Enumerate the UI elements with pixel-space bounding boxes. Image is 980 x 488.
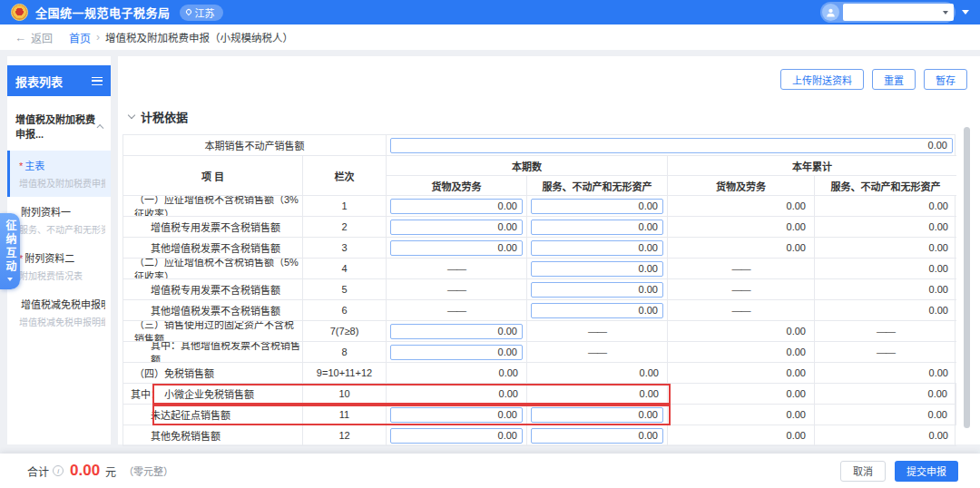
amount-input[interactable] — [531, 240, 663, 256]
amount-input[interactable] — [390, 428, 523, 444]
sidebar-item-label: 主表 — [24, 161, 44, 171]
breadcrumb-home[interactable]: 首页 — [69, 30, 91, 45]
row-label: 其他免税销售额 — [131, 428, 220, 443]
table-row: 其中： 小微企业免税销售额 10 0.00 0.00 0.00 0.00 — [123, 384, 955, 405]
cell-year-services: 0.00 — [815, 238, 956, 259]
property-sales-row: 本期销售不动产销售额 — [123, 135, 955, 156]
amount-input[interactable] — [390, 240, 523, 256]
header-dropdown-icon[interactable] — [962, 10, 969, 15]
cell-year-services: 0.00 — [815, 259, 956, 279]
table-row: 增值税专用发票不含税销售额 2 0.00 0.00 — [123, 217, 955, 238]
header-user-area — [820, 2, 969, 23]
amount-input[interactable] — [390, 407, 523, 423]
upload-attachments-button[interactable]: 上传附送资料 — [780, 69, 864, 90]
app-header: 全国统一规范电子税务局 江苏 — [0, 0, 980, 24]
cell-year-services: 0.00 — [815, 279, 956, 300]
submit-declaration-button[interactable]: 提交申报 — [895, 461, 958, 482]
save-draft-button[interactable]: 暂存 — [924, 69, 967, 90]
row-item-cell: 未达起征点销售额 — [123, 405, 303, 425]
cell-year-goods: 0.00 — [668, 405, 815, 425]
row-label: （四）免税销售额 — [131, 366, 214, 380]
cell-year-services: 0.00 — [815, 405, 956, 425]
region-label: 江苏 — [195, 5, 215, 20]
row-column-number: 11 — [303, 405, 387, 425]
amount-input[interactable] — [531, 407, 663, 423]
row-label: 增值税专用发票不含税销售额 — [131, 220, 280, 234]
cell-current-goods: —— — [387, 259, 527, 279]
row-item-cell: （四）免税销售额 — [123, 363, 303, 384]
row-item-cell: （二）应征增值税不含税销售额（5%征收率） — [123, 259, 303, 279]
cancel-button[interactable]: 取消 — [840, 461, 886, 482]
collapse-sidebar-icon[interactable] — [92, 77, 103, 85]
row-item-cell: （一）应征增值税不含税销售额（3%征收率） — [123, 196, 303, 217]
row-column-number: 2 — [303, 217, 387, 238]
sidebar-item-main-form[interactable]: *主表 增值税及附加税费申报表 — [7, 151, 111, 197]
cell-year-goods: 0.00 — [668, 196, 815, 217]
amount-input[interactable] — [531, 220, 663, 235]
cell-year-services: 0.00 — [815, 300, 956, 321]
row-item-cell: 其他增值税发票不含税销售额 — [123, 300, 303, 321]
reset-button[interactable]: 重置 — [872, 69, 916, 90]
cell-current-goods — [387, 238, 527, 259]
amount-input[interactable] — [390, 345, 523, 360]
sidebar-group-vat-declaration[interactable]: 增值税及附加税费申报... — [7, 96, 111, 151]
sidebar-item-tax-reduction[interactable]: 增值税减免税申报明... 增值税减免税申报明细表 — [7, 289, 111, 336]
table-row: （二）应征增值税不含税销售额（5%征收率） 4 —— —— 0.00 — [123, 259, 955, 279]
row-label: （三）销售使用过的固定资产不含税销售额 — [131, 321, 302, 342]
user-avatar-icon[interactable] — [822, 4, 839, 21]
table-row: 其他增值税发票不含税销售额 6 —— —— 0.00 — [123, 300, 955, 321]
sidebar-item-attachment-2[interactable]: *附列资料二 附加税费情况表 — [7, 243, 111, 289]
collapse-section-icon[interactable] — [128, 112, 135, 119]
chevron-down-icon — [7, 278, 13, 281]
header-goods-services: 货物及劳务 — [668, 176, 815, 196]
row-label: 其他增值税发票不含税销售额 — [131, 303, 280, 317]
footer-bar: 合计 i 0.00 元 （零元整） 取消 提交申报 — [0, 454, 980, 488]
amount-input[interactable] — [390, 220, 523, 235]
row-column-number: 1 — [303, 196, 387, 217]
amount-input[interactable] — [531, 261, 663, 277]
row-column-number: 3 — [303, 238, 387, 259]
amount-input[interactable] — [531, 303, 663, 318]
back-button[interactable]: ← 返回 — [15, 30, 53, 45]
sidebar-item-attachment-1[interactable]: 附列资料一 服务、不动产和无形资产扣.. — [7, 197, 111, 243]
amount-input[interactable] — [531, 282, 663, 298]
cell-current-services — [527, 259, 668, 279]
vertical-scrollbar[interactable] — [964, 127, 970, 428]
interaction-floating-tab[interactable]: 征纳互动 — [0, 213, 20, 289]
cell-current-goods — [387, 425, 527, 446]
amount-input[interactable] — [531, 199, 663, 214]
amount-input[interactable] — [390, 199, 523, 214]
region-badge[interactable]: 江苏 — [180, 5, 223, 21]
sidebar-header: 报表列表 — [7, 65, 111, 96]
cell-current-goods: 0.00 — [387, 384, 527, 405]
cell-year-goods: 0.00 — [668, 238, 815, 259]
cell-current-services — [527, 238, 668, 259]
cell-current-goods — [387, 321, 527, 342]
table-row: 其他增值税发票不含税销售额 3 0.00 0.00 — [123, 238, 955, 259]
user-pill — [820, 2, 956, 23]
sidebar-item-subtitle: 服务、不动产和无形资产扣.. — [19, 222, 105, 236]
total-label: 合计 — [27, 464, 49, 479]
info-icon[interactable]: i — [53, 465, 64, 476]
header-column-number: 栏次 — [303, 156, 387, 196]
cell-year-goods: 0.00 — [668, 384, 815, 405]
header-current-period: 本期数 — [387, 156, 668, 176]
property-sales-label: 本期销售不动产销售额 — [123, 135, 387, 156]
row-item-cell: 其他增值税发票不含税销售额 — [123, 238, 303, 259]
cell-current-goods: 0.00 — [387, 363, 527, 384]
chevron-down-icon — [943, 11, 948, 15]
cell-current-services: 0.00 — [527, 363, 668, 384]
user-account-select[interactable] — [843, 4, 954, 21]
sidebar-item-label: 增值税减免税申报明... — [21, 299, 105, 310]
header-services-realestate: 服务、不动产和无形资产 — [815, 176, 956, 196]
cell-year-goods: 0.00 — [668, 425, 815, 446]
amount-input[interactable] — [390, 324, 523, 339]
cell-current-goods: —— — [387, 279, 527, 300]
property-sales-input[interactable] — [390, 138, 953, 153]
cell-current-services — [527, 217, 668, 238]
header-services-realestate: 服务、不动产和无形资产 — [527, 176, 668, 196]
table-row: 增值税专用发票不含税销售额 5 —— —— 0.00 — [123, 279, 955, 300]
amount-input[interactable] — [531, 428, 663, 444]
row-column-number: 5 — [303, 279, 387, 300]
tax-basis-table: 本期销售不动产销售额 项 目 栏次 本期数 本年累计 货物及劳务 服务、不动产和… — [122, 134, 956, 446]
